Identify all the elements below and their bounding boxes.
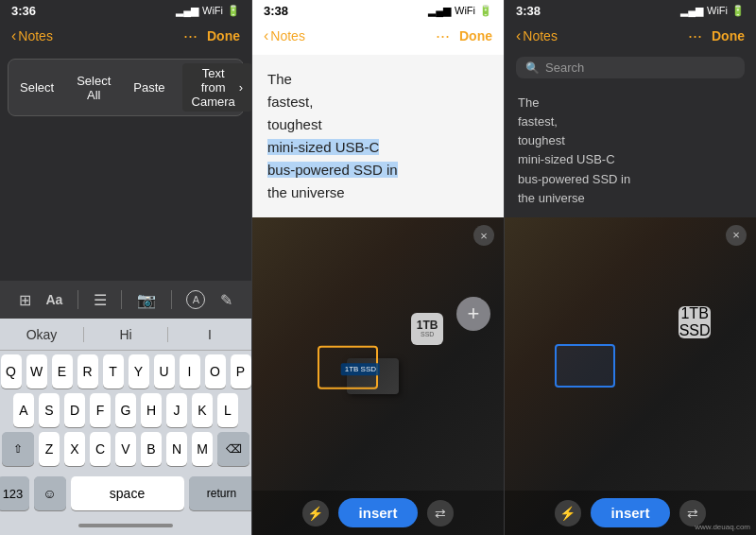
- suggestion-0[interactable]: Okay: [0, 327, 84, 342]
- key-o[interactable]: O: [205, 354, 226, 388]
- status-bar-mid: 3:38 ▂▄▆ WiFi 🔋: [252, 0, 504, 21]
- nav-back-label-right[interactable]: Notes: [523, 28, 558, 43]
- nav-ellipsis-left[interactable]: ···: [183, 27, 198, 44]
- key-z[interactable]: Z: [39, 432, 60, 466]
- format-icons-row: ⊞ Aa ☰ 📷 A ✎: [11, 286, 240, 313]
- pen-icon[interactable]: ✎: [220, 291, 232, 309]
- nav-bar-left: ‹ Notes ··· Done: [0, 21, 251, 55]
- key-emoji[interactable]: ☺: [34, 476, 66, 510]
- key-a[interactable]: A: [13, 393, 34, 427]
- search-placeholder[interactable]: Search: [545, 60, 584, 75]
- camera-bottom-bar-mid: ⚡ insert ⇄: [252, 491, 504, 535]
- right-note-line-3: mini-sized USB-C: [518, 150, 743, 169]
- nav-back-label-left[interactable]: Notes: [18, 28, 53, 43]
- signal-icon: ▂▄▆: [176, 5, 198, 17]
- mid-note-area[interactable]: The fastest, toughest mini-sized USB-C b…: [252, 55, 504, 217]
- insert-button-right[interactable]: insert: [591, 498, 671, 527]
- note-area-left[interactable]: [0, 120, 251, 281]
- key-u[interactable]: U: [154, 354, 175, 388]
- camera-view-right: 1TB SSD × ⚡ insert ⇄ www.deuaq.com: [505, 217, 756, 535]
- key-space[interactable]: space: [71, 476, 184, 510]
- nav-back-label-mid[interactable]: Notes: [270, 28, 305, 43]
- select-button[interactable]: Select: [14, 78, 60, 96]
- search-input-container[interactable]: 🔍 Search: [516, 57, 745, 78]
- bottom-toolbar-left: ⊞ Aa ☰ 📷 A ✎: [0, 281, 251, 319]
- note-selected-text-1: mini-sized USB-C: [267, 139, 379, 155]
- camera-flip-icon[interactable]: ⇄: [427, 500, 454, 526]
- nav-done-mid[interactable]: Done: [459, 28, 492, 43]
- nav-ellipsis-mid[interactable]: ···: [436, 27, 450, 44]
- key-p[interactable]: P: [231, 354, 251, 388]
- suggestion-2[interactable]: I: [168, 327, 251, 342]
- text-from-camera-label: Text from Camera: [192, 66, 235, 109]
- key-d[interactable]: D: [64, 393, 85, 427]
- key-x[interactable]: X: [64, 432, 85, 466]
- nav-back-left[interactable]: ‹ Notes: [11, 27, 53, 44]
- signal-icon-mid: ▂▄▆: [428, 5, 451, 17]
- nav-done-left[interactable]: Done: [207, 28, 240, 43]
- camera-close-button-mid[interactable]: ×: [473, 225, 494, 246]
- key-l[interactable]: L: [217, 393, 238, 427]
- back-chevron-icon: ‹: [11, 27, 16, 44]
- text-from-camera-chevron: ›: [239, 80, 243, 95]
- text-from-camera-button[interactable]: Text from Camera ›: [182, 63, 252, 112]
- key-h[interactable]: H: [141, 393, 162, 427]
- tb-num-right: 1TB: [680, 305, 708, 322]
- key-y[interactable]: Y: [129, 354, 149, 388]
- key-q[interactable]: Q: [1, 354, 22, 388]
- key-m[interactable]: M: [192, 432, 213, 466]
- key-w[interactable]: W: [26, 354, 47, 388]
- key-numbers[interactable]: 123: [0, 476, 29, 510]
- note-selected-text-2: bus-powered SSD in: [267, 162, 398, 178]
- select-all-button[interactable]: Select All: [71, 72, 116, 104]
- status-bar-left: 3:36 ▂▄▆ WiFi 🔋: [0, 0, 251, 21]
- key-shift[interactable]: ⇧: [2, 432, 34, 466]
- key-n[interactable]: N: [166, 432, 187, 466]
- key-r[interactable]: R: [77, 354, 98, 388]
- key-rows: Q W E R T Y U I O P A S D F G H J K: [0, 351, 251, 475]
- key-e[interactable]: E: [52, 354, 73, 388]
- key-c[interactable]: C: [90, 432, 111, 466]
- key-t[interactable]: T: [103, 354, 124, 388]
- watermark: www.deuaq.com: [695, 523, 750, 531]
- nav-back-mid[interactable]: ‹ Notes: [264, 27, 305, 44]
- right-note-line-1: fastest,: [518, 112, 743, 131]
- nav-back-right[interactable]: ‹ Notes: [516, 27, 558, 44]
- camera-flash-icon[interactable]: ⚡: [302, 500, 329, 526]
- paste-button[interactable]: Paste: [128, 78, 170, 96]
- key-return[interactable]: return: [189, 476, 253, 510]
- right-note-area[interactable]: The fastest, toughest mini-sized USB-C b…: [505, 84, 756, 217]
- camera-icon[interactable]: 📷: [137, 291, 156, 309]
- markup-icon[interactable]: A: [186, 290, 205, 309]
- right-panel: 3:38 ▂▄▆ WiFi 🔋 ‹ Notes ··· Done 🔍 Searc…: [505, 0, 756, 535]
- key-b[interactable]: B: [141, 432, 162, 466]
- key-delete[interactable]: ⌫: [217, 432, 249, 466]
- key-f[interactable]: F: [90, 393, 111, 427]
- tb-num-mid: 1TB: [417, 319, 438, 331]
- list-icon[interactable]: ☰: [94, 291, 107, 309]
- search-bar-right[interactable]: 🔍 Search: [505, 55, 756, 84]
- add-button-mid[interactable]: +: [456, 297, 490, 331]
- key-g[interactable]: G: [115, 393, 136, 427]
- camera-close-button-right[interactable]: ×: [726, 225, 747, 246]
- nav-actions-left: ··· Done: [183, 27, 240, 44]
- edit-toolbar: Select Select All Paste Text from Camera…: [8, 59, 244, 116]
- insert-button-mid[interactable]: insert: [338, 498, 419, 527]
- key-v[interactable]: V: [115, 432, 136, 466]
- right-note-line-0: The: [518, 94, 743, 112]
- key-s[interactable]: S: [39, 393, 60, 427]
- right-note-line-4: bus-powered SSD in: [518, 170, 743, 189]
- nav-done-right[interactable]: Done: [712, 28, 745, 43]
- key-k[interactable]: K: [192, 393, 213, 427]
- table-icon[interactable]: ⊞: [19, 291, 31, 309]
- wifi-icon-right: WiFi: [707, 5, 728, 16]
- suggestion-1[interactable]: Hi: [84, 327, 168, 342]
- key-j[interactable]: J: [166, 393, 187, 427]
- right-note-line-2: toughest: [518, 131, 743, 150]
- nav-ellipsis-right[interactable]: ···: [688, 27, 702, 44]
- key-i[interactable]: I: [180, 354, 200, 388]
- battery-icon-mid: 🔋: [479, 5, 492, 17]
- right-camera-flash-icon[interactable]: ⚡: [555, 500, 581, 526]
- font-icon[interactable]: Aa: [46, 292, 63, 307]
- note-line-5: the universe: [267, 181, 489, 204]
